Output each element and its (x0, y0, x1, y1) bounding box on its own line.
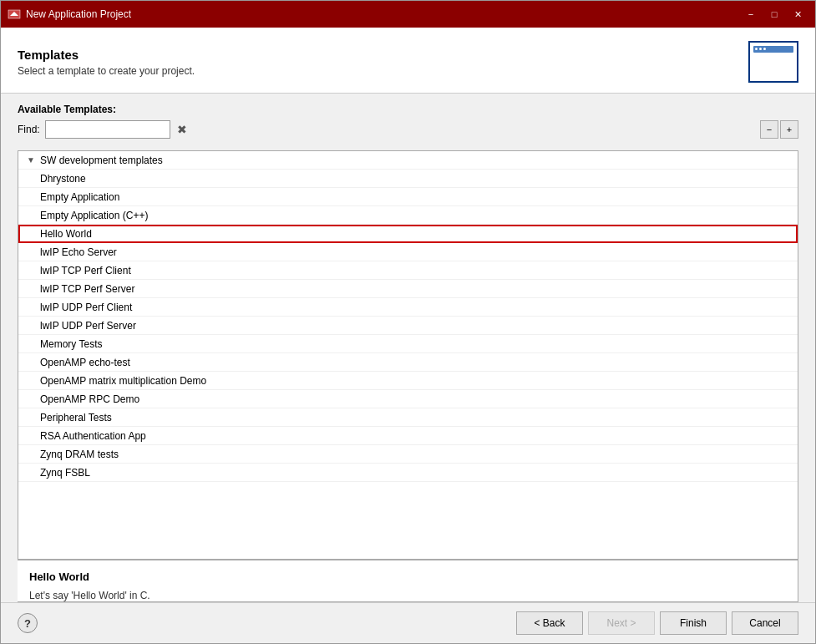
template-detail-name: Hello World (29, 570, 786, 583)
main-window: New Application Project − □ ✕ Templates … (0, 0, 816, 644)
back-button[interactable]: < Back (516, 611, 583, 635)
group-label-sw-dev: SW development templates (40, 155, 163, 166)
template-item-openamp-rpc[interactable]: OpenAMP RPC Demo (18, 390, 798, 408)
section-subtitle: Select a template to create your project… (18, 65, 195, 77)
cancel-button[interactable]: Cancel (732, 611, 798, 635)
available-templates-label: Available Templates: (18, 104, 798, 115)
next-button[interactable]: Next > (588, 611, 655, 635)
close-button[interactable]: ✕ (787, 6, 808, 23)
dot-3 (763, 48, 766, 50)
find-input[interactable] (45, 120, 170, 139)
template-detail-description: Let's say 'Hello World' in C. (29, 590, 786, 601)
window-icon (8, 8, 21, 21)
header-left: Templates Select a template to create yo… (18, 48, 195, 77)
group-header-sw-dev[interactable]: ▼ SW development templates (18, 151, 798, 170)
template-item-lwip-tcp-client[interactable]: lwIP TCP Perf Client (18, 261, 798, 280)
wizard-icon (748, 41, 798, 83)
find-row: Find: ✖ − + (18, 120, 798, 139)
template-item-hello-world[interactable]: Hello World (18, 225, 798, 243)
dot-2 (759, 48, 762, 50)
maximize-button[interactable]: □ (763, 6, 785, 23)
template-item-lwip-udp-server[interactable]: lwIP UDP Perf Server (18, 317, 798, 335)
template-item-memory-tests[interactable]: Memory Tests (18, 335, 798, 353)
collapse-all-button[interactable]: − (760, 120, 778, 139)
template-item-lwip-echo[interactable]: lwIP Echo Server (18, 243, 798, 261)
help-button[interactable]: ? (18, 613, 38, 633)
finish-button[interactable]: Finish (660, 611, 727, 635)
find-label: Find: (18, 124, 40, 135)
templates-tree[interactable]: ▼ SW development templates Dhrystone Emp… (18, 150, 798, 560)
title-bar: New Application Project − □ ✕ (1, 1, 815, 28)
dot-1 (755, 48, 758, 50)
collapse-expand-controls: − + (760, 120, 798, 139)
template-details-panel: Hello World Let's say 'Hello World' in C… (18, 560, 798, 602)
footer-section: ? < Back Next > Finish Cancel (1, 602, 815, 643)
header-section: Templates Select a template to create yo… (1, 28, 815, 94)
template-item-lwip-tcp-server[interactable]: lwIP TCP Perf Server (18, 280, 798, 298)
template-item-empty-app[interactable]: Empty Application (18, 188, 798, 206)
minimize-button[interactable]: − (740, 6, 762, 23)
template-item-empty-app-cpp[interactable]: Empty Application (C++) (18, 206, 798, 225)
template-item-zynq-fsbl[interactable]: Zynq FSBL (18, 464, 798, 482)
template-item-peripheral-tests[interactable]: Peripheral Tests (18, 408, 798, 427)
template-item-openamp-matrix[interactable]: OpenAMP matrix multiplication Demo (18, 372, 798, 390)
middle-section: Available Templates: Find: ✖ − + (1, 94, 815, 150)
icon-dots (755, 48, 766, 50)
template-item-zynq-dram[interactable]: Zynq DRAM tests (18, 445, 798, 464)
content-area: Templates Select a template to create yo… (1, 28, 815, 643)
window-controls: − □ ✕ (740, 6, 808, 23)
panels-row: ▼ SW development templates Dhrystone Emp… (1, 150, 815, 602)
template-item-dhrystone[interactable]: Dhrystone (18, 170, 798, 188)
template-item-openamp-echo[interactable]: OpenAMP echo-test (18, 353, 798, 372)
expand-all-button[interactable]: + (780, 120, 798, 139)
window-title: New Application Project (26, 8, 740, 20)
template-item-lwip-udp-client[interactable]: lwIP UDP Perf Client (18, 298, 798, 317)
footer-buttons: < Back Next > Finish Cancel (516, 611, 798, 635)
section-title: Templates (18, 48, 195, 62)
find-clear-button[interactable]: ✖ (175, 121, 189, 138)
chevron-icon: ▼ (25, 155, 37, 166)
template-item-rsa-auth[interactable]: RSA Authentication App (18, 427, 798, 445)
